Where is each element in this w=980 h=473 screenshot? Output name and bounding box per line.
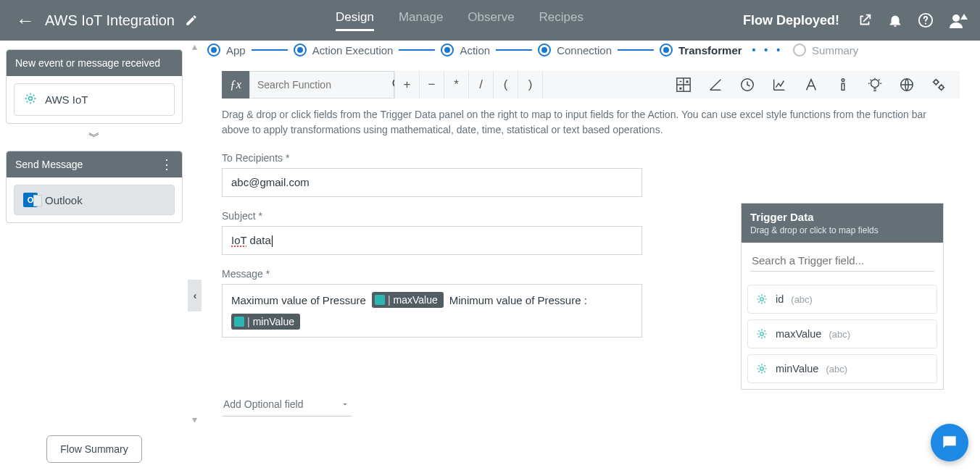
step-app[interactable]: App: [207, 43, 246, 56]
tab-observe[interactable]: Observe: [468, 10, 514, 31]
trigger-panel-title: Trigger Data: [750, 211, 934, 223]
op-div[interactable]: /: [468, 71, 493, 99]
op-minus[interactable]: −: [419, 71, 444, 99]
sidebar-resize-handle[interactable]: ▴ ‹ ▾: [188, 41, 198, 466]
collapse-sidebar-button[interactable]: ‹: [188, 280, 202, 311]
to-label: To Recipients *: [222, 152, 642, 164]
clock-icon[interactable]: [739, 77, 755, 93]
trigger-panel-subtitle: Drag & drop or click to map fields: [750, 225, 934, 235]
to-field[interactable]: [222, 168, 642, 197]
bell-icon[interactable]: [887, 12, 903, 28]
outlook-icon: O: [23, 193, 38, 207]
trigger-card-title: New event or message received: [15, 57, 160, 69]
external-link-icon[interactable]: [857, 12, 873, 28]
angle-icon[interactable]: [707, 77, 723, 93]
subject-label: Subject *: [222, 210, 642, 222]
svg-point-11: [934, 80, 939, 85]
chip-minvalue[interactable]: |minValue: [231, 314, 300, 330]
chart-icon[interactable]: [771, 77, 787, 93]
trigger-card[interactable]: New event or message received AWS IoT: [6, 49, 183, 124]
card-menu-icon[interactable]: ⋮: [160, 162, 173, 168]
step-dots: • • •: [752, 44, 783, 56]
trigger-node[interactable]: AWS IoT: [14, 83, 175, 116]
operator-buttons: + − * / ( ): [394, 71, 542, 99]
action-card[interactable]: Send Message ⋮ O Outlook: [6, 151, 183, 223]
tab-recipes[interactable]: Recipes: [539, 10, 584, 31]
step-bar: App Action Execution Action Connection T…: [202, 38, 980, 62]
to-input[interactable]: [231, 176, 633, 188]
step-action-execution[interactable]: Action Execution: [294, 43, 394, 56]
gears-icon[interactable]: [931, 77, 947, 93]
fx-icon[interactable]: ƒx: [222, 71, 249, 99]
chat-button[interactable]: [931, 424, 968, 461]
op-lparen[interactable]: (: [493, 71, 518, 99]
back-arrow[interactable]: ←: [16, 11, 35, 30]
aws-iot-icon: [755, 327, 768, 340]
tab-manage[interactable]: Manage: [399, 10, 443, 31]
action-node[interactable]: O Outlook: [14, 185, 175, 215]
svg-point-3: [952, 14, 960, 22]
svg-point-9: [871, 80, 879, 88]
message-field[interactable]: Maximum value of Pressure |maxValue Mini…: [222, 284, 642, 338]
function-search-input[interactable]: [250, 79, 391, 91]
flow-arrow-icon: ︾: [6, 130, 183, 145]
svg-point-2: [925, 22, 926, 24]
add-optional-field-select[interactable]: Add Optional field: [222, 394, 352, 417]
flow-summary-button[interactable]: Flow Summary: [46, 435, 141, 463]
user-icon[interactable]: [948, 12, 970, 28]
step-connection[interactable]: Connection: [538, 43, 612, 56]
idea-icon[interactable]: [867, 77, 883, 93]
globe-icon[interactable]: [899, 77, 915, 93]
trigger-field-maxvalue[interactable]: maxValue (abc): [747, 319, 937, 348]
tab-design[interactable]: Design: [336, 10, 374, 31]
info-icon[interactable]: [835, 77, 851, 93]
step-summary: Summary: [793, 43, 858, 56]
aws-iot-icon: [755, 293, 768, 306]
op-plus[interactable]: +: [394, 71, 419, 99]
help-icon[interactable]: [918, 12, 934, 28]
svg-point-12: [939, 85, 944, 90]
trigger-search-input[interactable]: [750, 250, 934, 272]
trigger-field-minvalue[interactable]: minValue (abc): [747, 354, 937, 383]
aws-iot-icon: [23, 91, 38, 108]
flow-deployed-label: Flow Deployed!: [743, 13, 839, 28]
sidebar: New event or message received AWS IoT ︾ …: [0, 41, 188, 473]
step-transformer[interactable]: Transformer: [660, 43, 742, 56]
help-text: Drag & drop or click fields from the Tri…: [222, 107, 932, 138]
aws-iot-icon: [755, 362, 768, 375]
svg-rect-7: [842, 83, 844, 90]
message-label: Message *: [222, 268, 642, 280]
page-title: AWS IoT Integration: [45, 12, 175, 29]
text-icon[interactable]: [803, 77, 819, 93]
trigger-field-id[interactable]: id (abc): [747, 285, 937, 314]
edit-title-icon[interactable]: [185, 14, 198, 27]
op-mult[interactable]: *: [444, 71, 468, 99]
subject-field[interactable]: IoT data: [222, 226, 642, 255]
step-action[interactable]: Action: [441, 43, 490, 56]
math-icon[interactable]: [676, 77, 692, 93]
op-rparen[interactable]: ): [518, 71, 542, 99]
svg-point-8: [842, 79, 844, 82]
chip-maxvalue[interactable]: |maxValue: [372, 292, 444, 308]
trigger-data-panel: Trigger Data Drag & drop or click to map…: [741, 203, 944, 390]
action-card-title: Send Message: [15, 159, 83, 170]
top-tabs: Design Manage Observe Recipes: [336, 10, 584, 31]
